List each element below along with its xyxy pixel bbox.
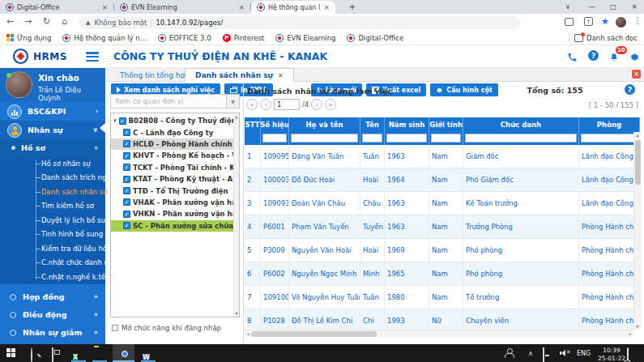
- browser-tab-hrms-active[interactable]: Hệ thống quản lý nguồn nhân lự ×: [251, 1, 335, 14]
- tree-node-ttd[interactable]: ✓ TTĐ - Tổ Thị Trường điện: [111, 185, 239, 196]
- bookmark-hrms[interactable]: Hệ thống quản lý n...: [62, 34, 146, 42]
- table-row[interactable]: 7 109100 Võ Nguyễn Huy Tuấn Tuấn 1980 Na…: [245, 286, 640, 309]
- tab-close-icon[interactable]: ×: [323, 4, 330, 11]
- tree-node-sc-selected[interactable]: ✓ SC - Phân xưởng sửa chữa: [111, 220, 239, 232]
- filter-input-gioi-tinh[interactable]: [431, 134, 461, 143]
- table-row[interactable]: 8 P1028 Đỗ Thị Lê Kim Chi Chi 1993 Nữ Ch…: [245, 309, 640, 330]
- sidebar-subitem-danh-sach-nhan-su[interactable]: Danh sách nhân sự: [0, 185, 105, 199]
- last-page-button[interactable]: »: [325, 99, 336, 110]
- filter-input-chuc-danh[interactable]: [465, 134, 577, 143]
- tree-node-vhkn[interactable]: ✓ VHKN - Phân xưởng vận hành Ka Nak: [111, 208, 239, 219]
- task-view-button[interactable]: [52, 348, 53, 362]
- back-icon[interactable]: ←: [6, 16, 14, 27]
- column-header-gioi-tinh[interactable]: Giới tính: [429, 117, 463, 131]
- browser-tab-digital-office[interactable]: Digital-Office ×: [0, 1, 113, 14]
- column-header-nam-sinh[interactable]: Năm sinh: [385, 117, 429, 131]
- sidebar-item-hoso[interactable]: Hồ sơ »: [0, 139, 105, 156]
- sidebar-subitem-tim-kiem-ho-so[interactable]: Tìm kiếm hồ sơ: [0, 199, 105, 214]
- checkbox-checked[interactable]: ✓: [123, 152, 130, 160]
- tree-scrollbar[interactable]: ▲ ▼: [233, 113, 239, 317]
- taskbar-search-button[interactable]: [31, 348, 32, 362]
- scroll-down-icon[interactable]: ▼: [634, 324, 641, 329]
- tab-danh-sach-nhan-su[interactable]: Danh sách nhân sự ×: [185, 68, 294, 82]
- reading-list-button[interactable]: Danh sách đọc: [574, 34, 638, 42]
- tab-close-icon[interactable]: ×: [278, 72, 284, 79]
- checkbox-checked[interactable]: ✓: [123, 211, 130, 218]
- checkbox-checked[interactable]: ✓: [123, 222, 130, 229]
- horizontal-scroll-thumb[interactable]: [251, 331, 377, 337]
- tree-node-vhak[interactable]: ✓ VHAK - Phân xưởng vận hành An Khê: [111, 197, 239, 208]
- window-close-button[interactable]: ✕: [625, 0, 643, 13]
- share-icon[interactable]: ↑: [584, 17, 593, 26]
- filter-input-nam-sinh[interactable]: [386, 134, 427, 143]
- scroll-right-icon[interactable]: ►: [629, 330, 632, 337]
- sidebar-subitem-kiem-tra-du-lieu[interactable]: Kiểm tra dữ liệu hồ sơ: [0, 241, 105, 256]
- page-number-input[interactable]: [274, 99, 300, 110]
- column-header-so-hieu[interactable]: Số hiệu: [261, 117, 289, 131]
- tab-close-icon[interactable]: ×: [101, 4, 108, 11]
- tree-node-tckt[interactable]: ✓ TCKT - Phòng Tài chính - Kế toán: [111, 162, 239, 173]
- sidebar-item-bsckpi[interactable]: BSC&KPI ›: [0, 102, 105, 121]
- checkbox-checked[interactable]: ✓: [123, 164, 130, 171]
- org-unit-dropdown[interactable]: ▼: [110, 94, 240, 109]
- notification-center-button[interactable]: 4: [627, 348, 629, 362]
- scroll-down-icon[interactable]: ▼: [234, 311, 239, 316]
- browser-menu-icon[interactable]: ⋮: [633, 16, 642, 25]
- dropdown-arrow-icon[interactable]: ▼: [226, 95, 239, 108]
- window-minimize-button[interactable]: —: [583, 0, 601, 13]
- scroll-up-icon[interactable]: ▲: [634, 133, 641, 138]
- table-row[interactable]: 5 P3009 Nguyễn Văn Hoài Hoài 1969 Nam Ph…: [245, 239, 640, 262]
- network-icon[interactable]: [543, 348, 544, 362]
- settings-gear-icon[interactable]: [629, 50, 640, 66]
- filter-input-so-hieu[interactable]: [262, 134, 287, 143]
- checkbox-unchecked[interactable]: [112, 325, 118, 331]
- address-bar[interactable]: ▲ Không bảo mật 10.147.0.92/pages/: [79, 16, 521, 29]
- bookmark-star-icon[interactable]: ★: [601, 16, 609, 27]
- org-unit-input[interactable]: [111, 95, 226, 108]
- column-header-ten[interactable]: Tên: [360, 117, 385, 131]
- clock[interactable]: 10:39 25-01-22: [598, 347, 625, 362]
- hamburger-menu-icon[interactable]: [86, 52, 99, 62]
- column-header-chuc-danh[interactable]: Chức danh: [463, 117, 579, 131]
- table-horizontal-scrollbar[interactable]: ◄ ►: [245, 330, 633, 337]
- sidebar-subitem-cnhat-nghe-kte[interactable]: C.nhật n.nghề k.tế nhiều NS: [0, 270, 105, 284]
- table-row[interactable]: 3 109093 Đoàn Văn Châu Châu 1963 Nam Kế …: [245, 192, 640, 215]
- sidebar-item-dieu-dong[interactable]: Điều động »: [0, 306, 105, 324]
- sidebar-subitem-ho-so-nhan-su[interactable]: Hồ sơ nhân sự: [0, 156, 105, 171]
- next-page-button[interactable]: ›: [311, 99, 322, 110]
- prev-page-button[interactable]: ‹: [260, 99, 271, 110]
- checkbox-checked[interactable]: ✓: [123, 198, 130, 206]
- sidebar-item-hop-dong[interactable]: Hợp đồng »: [0, 288, 105, 306]
- scroll-left-icon[interactable]: ◄: [246, 330, 249, 337]
- filter-input-phong[interactable]: [581, 134, 638, 143]
- sidebar-subitem-cnhat-chuc-danh[interactable]: C.nhật chức danh nhiều NS: [0, 256, 105, 270]
- filter-input-ten[interactable]: [362, 134, 382, 143]
- help-icon[interactable]: ?: [588, 50, 599, 61]
- checkbox-checked[interactable]: ✓: [123, 187, 130, 194]
- table-vertical-scrollbar[interactable]: ▲ ▼: [633, 132, 641, 330]
- tree-node-root[interactable]: ▾ ✓ B02B08 - Công ty Thuỷ điện An Khê - …: [111, 115, 239, 126]
- sidebar-item-nhansu[interactable]: Nhân sự ∨: [0, 121, 105, 139]
- table-row[interactable]: 4 P6001 Phạm Văn Tuyển Tuyển 1963 Nam Tr…: [245, 215, 640, 239]
- checkbox-checked[interactable]: ✓: [123, 176, 130, 183]
- column-header-phong[interactable]: Phòng: [579, 117, 640, 131]
- tab-close-icon[interactable]: ×: [238, 4, 245, 11]
- language-indicator[interactable]: ENG: [577, 350, 591, 357]
- checkbox-checked[interactable]: ✓: [119, 117, 126, 125]
- table-row[interactable]: 2 100003 Đỗ Đức Hoài Hoài 1964 Nam Phó G…: [245, 168, 640, 192]
- bookmark-eoffice[interactable]: EOFFICE 3.0: [158, 34, 211, 42]
- bookmark-evn-elearning[interactable]: EVN Elearning: [275, 34, 335, 42]
- tree-node-hcld[interactable]: ✓ HCLĐ - Phòng Hành chính - Lao động: [111, 138, 239, 150]
- checkbox-checked[interactable]: ✓: [123, 140, 130, 147]
- sidebar-subitem-tinh-hinh-bo-sung[interactable]: Tình hình bổ sung lý lịch: [0, 228, 105, 242]
- start-button[interactable]: [6, 348, 15, 357]
- tree-node-khvt[interactable]: ✓ KHVT - Phòng Kế hoạch - Vật tư: [111, 150, 239, 161]
- tree-node-ktat[interactable]: ✓ KTAT - Phòng Kỹ thuật - An toàn: [111, 173, 239, 185]
- grid-help-icon[interactable]: ?: [625, 84, 635, 95]
- filter-input-ho-va-ten[interactable]: [291, 134, 358, 143]
- column-header-stt[interactable]: STT: [245, 117, 261, 131]
- hidden-icons-chevron[interactable]: ∧: [528, 350, 533, 357]
- reload-icon[interactable]: ↻: [43, 16, 50, 27]
- sidebar-item-nhan-su-giam[interactable]: Nhân sự giảm »: [0, 324, 105, 342]
- home-icon[interactable]: ⌂: [62, 16, 67, 27]
